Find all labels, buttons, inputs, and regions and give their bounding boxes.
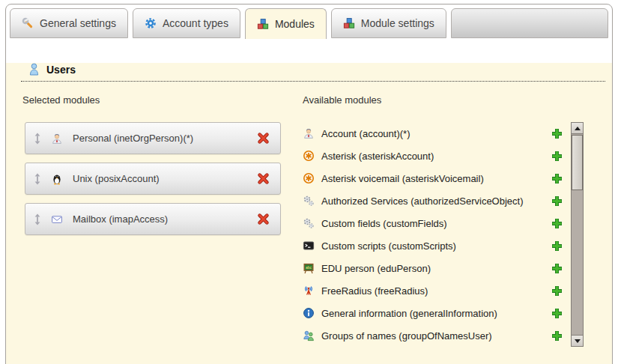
svg-text:abc: abc (306, 265, 312, 270)
selected-module-label: Mailbox (imapAccess) (73, 213, 168, 225)
antenna-icon (303, 285, 315, 297)
available-module-row: Authorized Services (authorizedServiceOb… (303, 189, 569, 212)
tab-label: Account types (163, 17, 228, 29)
available-module-row: Account (account)(*) (303, 122, 569, 145)
tab-bar: General settingsAccount typesModulesModu… (6, 4, 612, 38)
remove-module-button[interactable] (257, 172, 270, 185)
move-handle-icon[interactable] (34, 173, 41, 185)
available-modules-scrollbar[interactable] (571, 122, 584, 347)
selected-module-box[interactable]: Unix (posixAccount) (25, 163, 281, 195)
available-module-label: Asterisk voicemail (asteriskVoicemail) (321, 173, 484, 184)
selected-module-box[interactable]: Personal (inetOrgPerson)(*) (25, 122, 281, 154)
tab-account-types[interactable]: Account types (133, 8, 240, 38)
section-title: Users (46, 64, 76, 76)
user-icon (28, 63, 40, 76)
tab-bar-filler (451, 8, 608, 38)
available-module-label: EDU person (eduPerson) (321, 263, 431, 274)
available-module-row: Custom fields (customFields) (303, 212, 569, 234)
available-module-label: Groups of names (groupOfNamesUser) (321, 330, 492, 342)
available-module-row: Custom scripts (customScripts) (303, 234, 569, 257)
group-icon (303, 330, 315, 342)
tab-module-settings[interactable]: Module settings (331, 8, 446, 38)
available-modules-label: Available modules (303, 94, 612, 106)
remove-module-button[interactable] (257, 132, 270, 145)
tab-label: General settings (40, 17, 116, 29)
move-handle-icon[interactable] (34, 133, 41, 145)
available-module-label: Asterisk (asteriskAccount) (321, 151, 434, 162)
available-module-label: FreeRadius (freeRadius) (321, 285, 428, 297)
available-module-row: Asterisk (asteriskAccount) (303, 145, 569, 167)
available-module-label: Custom scripts (customScripts) (321, 240, 456, 252)
wrench-icon (22, 17, 34, 29)
remove-module-button[interactable] (257, 213, 270, 225)
config-window: General settingsAccount typesModulesModu… (0, 0, 618, 364)
asterisk-icon (303, 150, 315, 162)
person-icon (303, 127, 315, 139)
available-modules-column: Available modules Account (account)(*)As… (303, 94, 612, 347)
info-icon (303, 307, 315, 319)
available-module-row: Groups of names (groupOfNamesUser) (303, 324, 569, 347)
selected-module-label: Unix (posixAccount) (73, 173, 160, 184)
scrollbar-thumb[interactable] (572, 135, 583, 190)
available-module-row: Asterisk voicemail (asteriskVoicemail) (303, 167, 569, 189)
arrow-up-icon (575, 127, 581, 130)
gears-icon (303, 195, 315, 207)
modules-icon (343, 17, 355, 29)
selected-modules-column: Selected modules Personal (inetOrgPerson… (22, 94, 303, 347)
tab-modules[interactable]: Modules (245, 8, 327, 39)
available-module-label: Account (account)(*) (321, 128, 411, 139)
settings-panel: General settingsAccount typesModulesModu… (5, 4, 613, 364)
selected-module-label: Personal (inetOrgPerson)(*) (73, 133, 193, 144)
add-module-button[interactable] (551, 330, 563, 342)
tab-label: Modules (275, 18, 315, 30)
mail-icon (51, 213, 63, 225)
add-module-button[interactable] (551, 195, 563, 207)
add-module-button[interactable] (551, 307, 563, 320)
modules-tab-content: Users Selected modules Personal (inetOrg… (6, 63, 612, 364)
add-module-button[interactable] (551, 127, 563, 140)
scroll-up-button[interactable] (572, 123, 583, 134)
available-module-label: Authorized Services (authorizedServiceOb… (321, 195, 524, 207)
gears-icon (303, 217, 315, 229)
available-module-row: General information (generalInformation) (303, 302, 569, 324)
add-module-button[interactable] (551, 150, 563, 163)
penguin-icon (51, 173, 63, 185)
available-module-label: General information (generalInformation) (321, 308, 497, 319)
move-handle-icon[interactable] (34, 213, 41, 225)
available-module-row: abcEDU person (eduPerson) (303, 257, 569, 279)
selected-modules-list: Personal (inetOrgPerson)(*)Unix (posixAc… (25, 122, 281, 235)
arrow-down-icon (575, 339, 581, 343)
add-module-button[interactable] (551, 262, 563, 275)
add-module-button[interactable] (551, 240, 563, 252)
available-module-label: Custom fields (customFields) (321, 218, 447, 229)
available-modules-area: Account (account)(*)Asterisk (asteriskAc… (303, 122, 612, 347)
tab-label: Module settings (361, 17, 434, 29)
terminal-icon (303, 240, 315, 252)
add-module-button[interactable] (551, 172, 563, 185)
scroll-down-button[interactable] (572, 335, 583, 346)
person-icon (51, 133, 63, 145)
available-modules-list: Account (account)(*)Asterisk (asteriskAc… (303, 122, 569, 347)
gear-icon (145, 17, 157, 29)
tab-general-settings[interactable]: General settings (10, 8, 128, 38)
module-columns: Selected modules Personal (inetOrgPerson… (6, 94, 612, 347)
add-module-button[interactable] (551, 285, 563, 297)
selected-module-box[interactable]: Mailbox (imapAccess) (25, 203, 281, 235)
asterisk-icon (303, 172, 315, 184)
board-icon: abc (303, 262, 315, 274)
available-module-row: FreeRadius (freeRadius) (303, 279, 569, 302)
selected-modules-label: Selected modules (22, 94, 303, 106)
users-section-heading: Users (21, 63, 605, 82)
modules-icon (257, 18, 269, 30)
add-module-button[interactable] (551, 217, 563, 230)
